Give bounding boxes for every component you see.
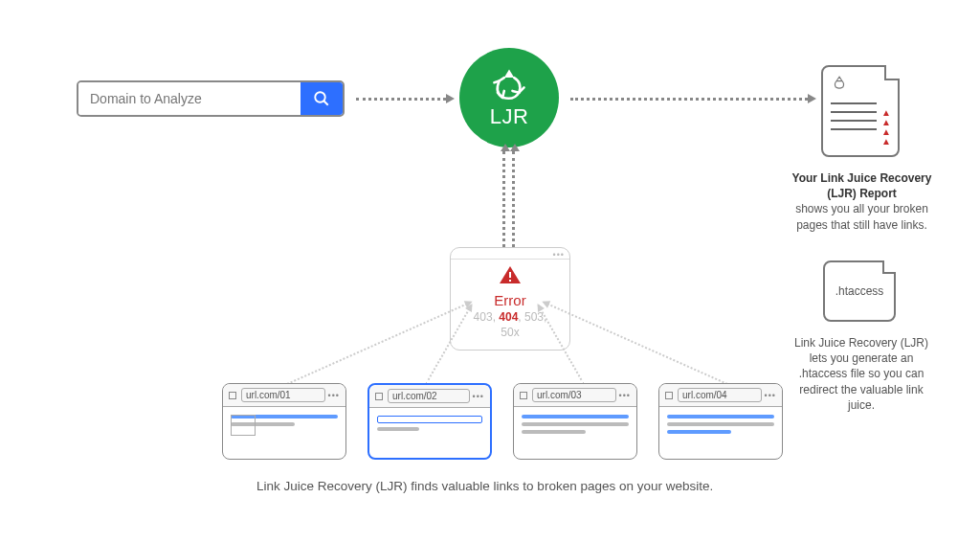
flow-arrow-up bbox=[502, 151, 518, 247]
url-text: url.com/01 bbox=[241, 388, 325, 402]
report-title: Your Link Juice Recovery bbox=[792, 171, 932, 185]
error-codes: 403, 404, 503, 50x bbox=[451, 310, 569, 340]
source-page-2: url.com/02••• bbox=[368, 383, 492, 460]
diagram-caption: Link Juice Recovery (LJR) finds valuable… bbox=[256, 479, 713, 493]
svg-rect-2 bbox=[509, 272, 511, 278]
svg-line-1 bbox=[323, 101, 328, 105]
report-title: (LJR) Report bbox=[827, 187, 897, 200]
ljr-report-doc-icon: ▲ ▲ ▲ ▲ bbox=[821, 65, 900, 157]
url-text: url.com/04 bbox=[678, 388, 762, 402]
svg-rect-3 bbox=[509, 280, 511, 282]
recycle-icon bbox=[831, 75, 848, 90]
source-page-4: url.com/04••• bbox=[658, 383, 783, 460]
warning-icon bbox=[499, 265, 522, 284]
recycle-icon bbox=[489, 66, 529, 102]
htaccess-label: .htaccess bbox=[835, 284, 884, 298]
domain-input[interactable] bbox=[78, 82, 301, 115]
search-button[interactable] bbox=[301, 82, 343, 115]
report-desc-text: shows you all your broken pages that sti… bbox=[795, 202, 928, 231]
flow-arrow-to-report bbox=[570, 98, 808, 101]
ljr-node: LJR bbox=[459, 48, 559, 147]
htaccess-description: Link Juice Recovery (LJR) lets you gener… bbox=[787, 335, 936, 413]
search-icon bbox=[313, 90, 330, 107]
arrow-head-icon bbox=[446, 94, 455, 103]
error-code-404: 404 bbox=[499, 310, 518, 324]
error-code: 50x bbox=[501, 326, 519, 339]
link-arrow bbox=[544, 302, 728, 385]
ljr-label: LJR bbox=[490, 104, 529, 129]
link-arrow bbox=[287, 302, 472, 385]
url-text: url.com/03 bbox=[532, 388, 616, 402]
arrow-head-icon bbox=[808, 94, 816, 103]
flow-arrow-to-ljr bbox=[356, 98, 446, 101]
domain-search bbox=[77, 80, 345, 117]
report-description: Your Link Juice Recovery (LJR) Report sh… bbox=[783, 170, 941, 233]
source-pages-row: url.com/01••• url.com/02••• url.com/03••… bbox=[222, 383, 783, 460]
source-page-3: url.com/03••• bbox=[513, 383, 637, 460]
svg-point-0 bbox=[315, 92, 325, 102]
source-page-1: url.com/01••• bbox=[222, 383, 346, 460]
error-code: 403, bbox=[474, 310, 500, 324]
htaccess-file-icon: .htaccess bbox=[823, 260, 896, 322]
url-text: url.com/02 bbox=[388, 389, 470, 403]
